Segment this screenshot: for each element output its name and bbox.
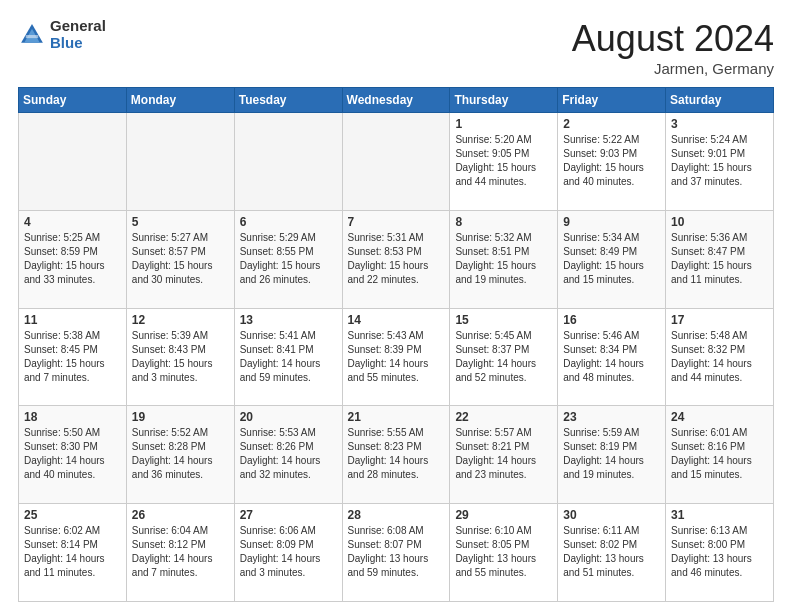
day-info: Sunrise: 5:50 AM Sunset: 8:30 PM Dayligh… [24, 426, 121, 482]
logo: General Blue [18, 18, 106, 51]
day-info: Sunrise: 5:59 AM Sunset: 8:19 PM Dayligh… [563, 426, 660, 482]
calendar-cell: 30Sunrise: 6:11 AM Sunset: 8:02 PM Dayli… [558, 504, 666, 602]
weekday-header-monday: Monday [126, 88, 234, 113]
day-info: Sunrise: 5:57 AM Sunset: 8:21 PM Dayligh… [455, 426, 552, 482]
day-number: 19 [132, 410, 229, 424]
calendar-cell: 22Sunrise: 5:57 AM Sunset: 8:21 PM Dayli… [450, 406, 558, 504]
calendar-cell: 29Sunrise: 6:10 AM Sunset: 8:05 PM Dayli… [450, 504, 558, 602]
calendar-week-row: 25Sunrise: 6:02 AM Sunset: 8:14 PM Dayli… [19, 504, 774, 602]
calendar-week-row: 1Sunrise: 5:20 AM Sunset: 9:05 PM Daylig… [19, 113, 774, 211]
day-number: 27 [240, 508, 337, 522]
calendar-week-row: 18Sunrise: 5:50 AM Sunset: 8:30 PM Dayli… [19, 406, 774, 504]
weekday-header-thursday: Thursday [450, 88, 558, 113]
location: Jarmen, Germany [572, 60, 774, 77]
calendar-cell: 18Sunrise: 5:50 AM Sunset: 8:30 PM Dayli… [19, 406, 127, 504]
day-info: Sunrise: 5:20 AM Sunset: 9:05 PM Dayligh… [455, 133, 552, 189]
day-info: Sunrise: 5:34 AM Sunset: 8:49 PM Dayligh… [563, 231, 660, 287]
calendar-cell: 7Sunrise: 5:31 AM Sunset: 8:53 PM Daylig… [342, 210, 450, 308]
calendar-cell [126, 113, 234, 211]
day-info: Sunrise: 6:06 AM Sunset: 8:09 PM Dayligh… [240, 524, 337, 580]
day-info: Sunrise: 6:02 AM Sunset: 8:14 PM Dayligh… [24, 524, 121, 580]
day-info: Sunrise: 5:32 AM Sunset: 8:51 PM Dayligh… [455, 231, 552, 287]
day-number: 4 [24, 215, 121, 229]
day-number: 2 [563, 117, 660, 131]
day-info: Sunrise: 6:10 AM Sunset: 8:05 PM Dayligh… [455, 524, 552, 580]
day-number: 31 [671, 508, 768, 522]
calendar-cell: 1Sunrise: 5:20 AM Sunset: 9:05 PM Daylig… [450, 113, 558, 211]
day-number: 15 [455, 313, 552, 327]
calendar-cell: 17Sunrise: 5:48 AM Sunset: 8:32 PM Dayli… [666, 308, 774, 406]
weekday-header-sunday: Sunday [19, 88, 127, 113]
day-number: 6 [240, 215, 337, 229]
weekday-header-friday: Friday [558, 88, 666, 113]
day-number: 3 [671, 117, 768, 131]
day-info: Sunrise: 5:41 AM Sunset: 8:41 PM Dayligh… [240, 329, 337, 385]
calendar-cell: 23Sunrise: 5:59 AM Sunset: 8:19 PM Dayli… [558, 406, 666, 504]
day-info: Sunrise: 5:24 AM Sunset: 9:01 PM Dayligh… [671, 133, 768, 189]
day-number: 5 [132, 215, 229, 229]
day-info: Sunrise: 5:22 AM Sunset: 9:03 PM Dayligh… [563, 133, 660, 189]
day-info: Sunrise: 5:52 AM Sunset: 8:28 PM Dayligh… [132, 426, 229, 482]
day-info: Sunrise: 6:04 AM Sunset: 8:12 PM Dayligh… [132, 524, 229, 580]
calendar-cell: 11Sunrise: 5:38 AM Sunset: 8:45 PM Dayli… [19, 308, 127, 406]
day-info: Sunrise: 5:25 AM Sunset: 8:59 PM Dayligh… [24, 231, 121, 287]
page: General Blue August 2024 Jarmen, Germany… [0, 0, 792, 612]
calendar-cell: 27Sunrise: 6:06 AM Sunset: 8:09 PM Dayli… [234, 504, 342, 602]
calendar-cell: 6Sunrise: 5:29 AM Sunset: 8:55 PM Daylig… [234, 210, 342, 308]
calendar-cell: 4Sunrise: 5:25 AM Sunset: 8:59 PM Daylig… [19, 210, 127, 308]
weekday-header-tuesday: Tuesday [234, 88, 342, 113]
logo-icon [18, 21, 46, 49]
calendar-cell: 25Sunrise: 6:02 AM Sunset: 8:14 PM Dayli… [19, 504, 127, 602]
day-number: 28 [348, 508, 445, 522]
title-block: August 2024 Jarmen, Germany [572, 18, 774, 77]
day-number: 23 [563, 410, 660, 424]
calendar-cell: 21Sunrise: 5:55 AM Sunset: 8:23 PM Dayli… [342, 406, 450, 504]
calendar-cell: 31Sunrise: 6:13 AM Sunset: 8:00 PM Dayli… [666, 504, 774, 602]
day-info: Sunrise: 5:31 AM Sunset: 8:53 PM Dayligh… [348, 231, 445, 287]
calendar-cell: 10Sunrise: 5:36 AM Sunset: 8:47 PM Dayli… [666, 210, 774, 308]
day-number: 22 [455, 410, 552, 424]
day-info: Sunrise: 6:08 AM Sunset: 8:07 PM Dayligh… [348, 524, 445, 580]
logo-blue-text: Blue [50, 35, 106, 52]
calendar-cell: 16Sunrise: 5:46 AM Sunset: 8:34 PM Dayli… [558, 308, 666, 406]
day-number: 17 [671, 313, 768, 327]
day-number: 10 [671, 215, 768, 229]
calendar-week-row: 4Sunrise: 5:25 AM Sunset: 8:59 PM Daylig… [19, 210, 774, 308]
day-info: Sunrise: 5:39 AM Sunset: 8:43 PM Dayligh… [132, 329, 229, 385]
day-number: 1 [455, 117, 552, 131]
day-number: 14 [348, 313, 445, 327]
calendar-week-row: 11Sunrise: 5:38 AM Sunset: 8:45 PM Dayli… [19, 308, 774, 406]
day-info: Sunrise: 5:46 AM Sunset: 8:34 PM Dayligh… [563, 329, 660, 385]
calendar-cell: 5Sunrise: 5:27 AM Sunset: 8:57 PM Daylig… [126, 210, 234, 308]
calendar-cell: 12Sunrise: 5:39 AM Sunset: 8:43 PM Dayli… [126, 308, 234, 406]
day-number: 24 [671, 410, 768, 424]
calendar-cell: 9Sunrise: 5:34 AM Sunset: 8:49 PM Daylig… [558, 210, 666, 308]
calendar-cell: 15Sunrise: 5:45 AM Sunset: 8:37 PM Dayli… [450, 308, 558, 406]
day-info: Sunrise: 5:36 AM Sunset: 8:47 PM Dayligh… [671, 231, 768, 287]
day-number: 29 [455, 508, 552, 522]
calendar-cell: 19Sunrise: 5:52 AM Sunset: 8:28 PM Dayli… [126, 406, 234, 504]
calendar-table: SundayMondayTuesdayWednesdayThursdayFrid… [18, 87, 774, 602]
day-info: Sunrise: 6:01 AM Sunset: 8:16 PM Dayligh… [671, 426, 768, 482]
day-number: 12 [132, 313, 229, 327]
calendar-cell: 26Sunrise: 6:04 AM Sunset: 8:12 PM Dayli… [126, 504, 234, 602]
calendar-cell: 28Sunrise: 6:08 AM Sunset: 8:07 PM Dayli… [342, 504, 450, 602]
day-info: Sunrise: 5:29 AM Sunset: 8:55 PM Dayligh… [240, 231, 337, 287]
day-info: Sunrise: 5:27 AM Sunset: 8:57 PM Dayligh… [132, 231, 229, 287]
day-info: Sunrise: 5:43 AM Sunset: 8:39 PM Dayligh… [348, 329, 445, 385]
weekday-header-row: SundayMondayTuesdayWednesdayThursdayFrid… [19, 88, 774, 113]
day-number: 18 [24, 410, 121, 424]
day-number: 25 [24, 508, 121, 522]
calendar-cell: 3Sunrise: 5:24 AM Sunset: 9:01 PM Daylig… [666, 113, 774, 211]
day-info: Sunrise: 6:11 AM Sunset: 8:02 PM Dayligh… [563, 524, 660, 580]
header: General Blue August 2024 Jarmen, Germany [18, 18, 774, 77]
day-info: Sunrise: 5:38 AM Sunset: 8:45 PM Dayligh… [24, 329, 121, 385]
calendar-cell [234, 113, 342, 211]
calendar-cell: 8Sunrise: 5:32 AM Sunset: 8:51 PM Daylig… [450, 210, 558, 308]
calendar-cell [19, 113, 127, 211]
day-info: Sunrise: 5:48 AM Sunset: 8:32 PM Dayligh… [671, 329, 768, 385]
day-number: 26 [132, 508, 229, 522]
calendar-cell: 13Sunrise: 5:41 AM Sunset: 8:41 PM Dayli… [234, 308, 342, 406]
day-number: 20 [240, 410, 337, 424]
svg-rect-2 [26, 35, 38, 38]
